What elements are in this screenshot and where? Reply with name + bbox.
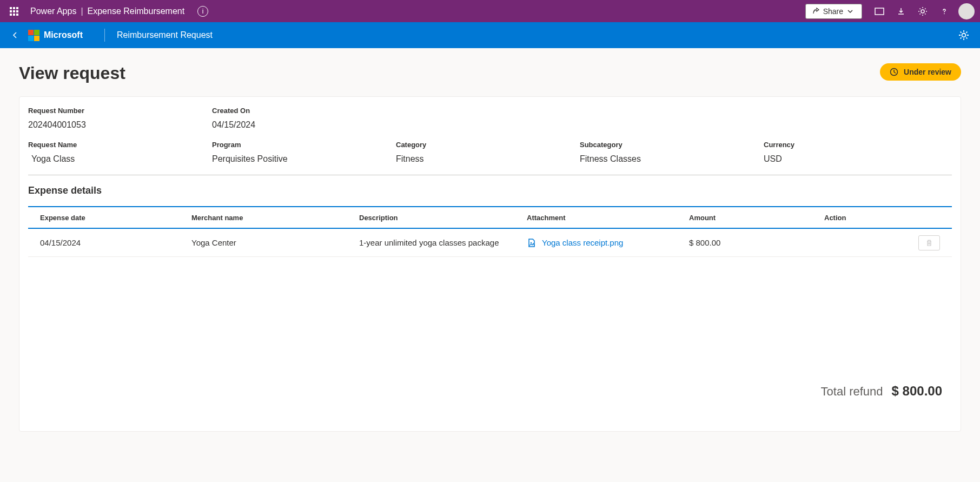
cell-date: 04/15/2024 — [40, 238, 191, 247]
clock-icon — [890, 68, 898, 76]
divider — [28, 175, 952, 175]
total-refund: Total refund $ 800.00 — [821, 384, 942, 399]
field-currency: Currency USD — [764, 141, 872, 164]
expense-table: Expense date Merchant name Description A… — [28, 206, 952, 257]
trash-icon — [925, 239, 933, 247]
table-row: 04/15/2024 Yoga Center 1-year unlimited … — [28, 229, 952, 257]
share-label: Share — [823, 7, 843, 16]
cell-amount: $ 800.00 — [689, 238, 824, 247]
global-top-bar: Power Apps | Expense Reimbursement i Sha… — [0, 0, 980, 22]
user-avatar[interactable] — [958, 3, 975, 19]
cell-merchant: Yoga Center — [191, 238, 359, 247]
app-name[interactable]: Power Apps — [30, 6, 76, 16]
field-subcategory: Subcategory Fitness Classes — [580, 141, 764, 164]
download-icon[interactable] — [890, 1, 912, 22]
status-label: Under review — [904, 68, 951, 76]
attachment-filename: Yoga class receipt.png — [542, 238, 623, 247]
field-request-name: Request Name Yoga Class — [28, 141, 212, 164]
divider — [104, 29, 105, 42]
col-header-merchant: Merchant name — [191, 214, 359, 222]
col-header-date: Expense date — [40, 214, 191, 222]
field-request-number: Request Number 202404001053 — [28, 107, 212, 130]
back-button[interactable] — [5, 25, 25, 45]
page-name[interactable]: Expense Reimbursement — [88, 6, 185, 16]
settings-icon[interactable] — [912, 1, 933, 22]
breadcrumb: Power Apps | Expense Reimbursement — [30, 6, 184, 16]
attachment-link[interactable]: Yoga class receipt.png — [527, 238, 689, 248]
microsoft-logo[interactable]: Microsoft — [28, 30, 83, 41]
col-header-description: Description — [359, 214, 527, 222]
field-category: Category Fitness — [396, 141, 580, 164]
fit-screen-icon[interactable] — [869, 1, 890, 22]
app-launcher-icon[interactable] — [4, 2, 24, 21]
app-bar: Microsoft Reimbursement Request — [0, 22, 980, 48]
table-header-row: Expense date Merchant name Description A… — [28, 207, 952, 229]
total-label: Total refund — [821, 385, 883, 399]
svg-rect-0 — [875, 8, 884, 15]
breadcrumb-separator: | — [81, 6, 83, 16]
col-header-attachment: Attachment — [527, 214, 689, 222]
share-icon — [811, 7, 820, 16]
brand-label: Microsoft — [44, 30, 83, 40]
app-bar-title: Reimbursement Request — [117, 30, 213, 40]
main-content: View request Under review Request Number… — [0, 48, 980, 432]
page-title: View request — [19, 63, 125, 83]
field-created-on: Created On 04/15/2024 — [212, 107, 396, 130]
col-header-action: Action — [824, 214, 940, 222]
image-file-icon — [527, 238, 537, 248]
svg-point-4 — [531, 242, 532, 243]
cell-description: 1-year unlimited yoga classes package — [359, 238, 527, 247]
col-header-amount: Amount — [689, 214, 824, 222]
share-button[interactable]: Share — [805, 4, 862, 19]
app-settings-button[interactable] — [953, 24, 975, 46]
svg-point-2 — [962, 34, 966, 37]
field-program: Program Perquisites Positive — [212, 141, 396, 164]
total-value: $ 800.00 — [892, 384, 942, 399]
microsoft-logo-icon — [28, 30, 39, 41]
svg-point-1 — [921, 10, 924, 13]
status-badge: Under review — [880, 63, 961, 81]
info-icon[interactable]: i — [197, 6, 208, 17]
chevron-down-icon — [847, 9, 853, 14]
request-card: Request Number 202404001053 Created On 0… — [19, 96, 961, 432]
section-title-expense: Expense details — [28, 185, 952, 196]
help-icon[interactable] — [933, 1, 955, 22]
delete-row-button[interactable] — [918, 235, 940, 250]
